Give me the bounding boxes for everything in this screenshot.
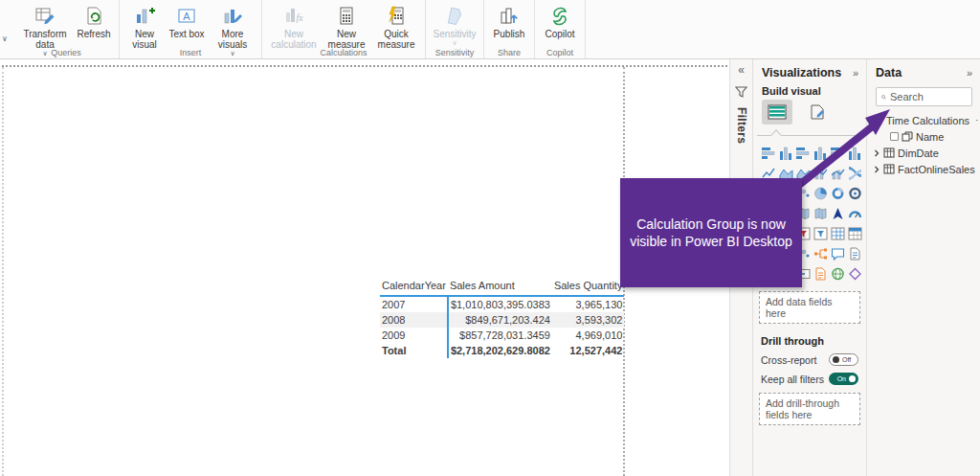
selection-border-left xyxy=(2,67,4,476)
table-row: 2007 $1,010,803,395.0383 3,965,130 xyxy=(380,296,624,312)
ribbon-cutoff-button[interactable]: ∨ xyxy=(0,0,13,58)
cell-quantity: 4,969,010 xyxy=(552,328,625,343)
line-clustered-column-chart-icon[interactable] xyxy=(829,163,846,183)
calculation-item-icon xyxy=(902,131,913,142)
build-visual-label: Build visual xyxy=(753,83,866,100)
publish-button[interactable]: Publish xyxy=(488,2,530,39)
ribbon-group-copilot: Copilot Copilot xyxy=(535,0,586,58)
cell-amount: $1,010,803,395.0383 xyxy=(448,296,552,312)
table-row: 2009 $857,728,031.3459 4,969,010 xyxy=(380,328,624,343)
azure-map-icon[interactable] xyxy=(812,203,829,223)
selection-border-top xyxy=(2,65,727,67)
paginated-report-visual-icon[interactable] xyxy=(812,263,829,283)
cell-amount: $857,728,031.3459 xyxy=(448,328,552,343)
cell-year: 2008 xyxy=(380,312,448,328)
ribbon-chart-icon[interactable] xyxy=(846,163,863,183)
tree-item-label: Time Calculations xyxy=(886,115,969,126)
new-measure-button[interactable]: New measure xyxy=(322,2,371,50)
button-label: Text box xyxy=(168,29,204,39)
add-drill-through-fields-dropzone[interactable]: Add drill-through fields here xyxy=(759,393,860,425)
add-data-fields-dropzone[interactable]: Add data fields here xyxy=(759,291,860,324)
line-stacked-column-chart-icon[interactable] xyxy=(812,163,829,183)
cell-amount: $849,671,203.424 xyxy=(448,312,552,328)
search-box[interactable] xyxy=(876,87,972,106)
expand-pane-icon[interactable]: « xyxy=(738,63,745,77)
callout-text: Calculation Group is now visible in Powe… xyxy=(630,215,792,250)
text-box-icon: A xyxy=(175,4,198,29)
table-row: 2008 $849,671,203.424 3,593,302 xyxy=(380,312,624,328)
svg-text:A: A xyxy=(183,11,190,22)
donut-chart-icon[interactable] xyxy=(829,183,846,203)
dropdown-chevron-icon: ∨ xyxy=(452,39,457,46)
sensitivity-button[interactable]: Sensitivity ∨ xyxy=(430,2,479,46)
chevron-right-icon xyxy=(873,149,880,157)
tree-item-time-calculations[interactable]: Time Calculations ··· xyxy=(867,112,980,128)
table-visual[interactable]: CalendarYear Sales Amount Sales Quantity… xyxy=(380,277,624,358)
cell-quantity: 3,593,302 xyxy=(552,312,625,328)
refresh-button[interactable]: Refresh xyxy=(73,2,115,39)
sensitivity-icon xyxy=(443,4,466,29)
toggle-knob xyxy=(849,375,856,382)
new-calculation-icon: fx xyxy=(282,4,305,29)
cross-report-toggle[interactable]: Off xyxy=(829,353,858,366)
column-header[interactable]: Sales Quantity xyxy=(552,277,625,296)
smart-narrative-icon[interactable] xyxy=(846,243,863,263)
new-visual-button[interactable]: New visual xyxy=(123,2,166,50)
ribbon: ∨ Transform data ∨ Refresh Queries xyxy=(0,0,980,59)
new-visual-icon xyxy=(133,4,156,29)
treemap-icon[interactable] xyxy=(846,183,863,203)
more-options-icon[interactable]: ··· xyxy=(975,115,980,125)
pie-chart-icon[interactable] xyxy=(812,183,829,203)
arcgis-map-icon[interactable] xyxy=(829,263,846,283)
dropdown-chevron-icon: ∨ xyxy=(2,34,8,43)
slicer-icon[interactable] xyxy=(812,223,829,243)
copilot-button[interactable]: Copilot xyxy=(539,2,581,39)
stacked-bar-chart-icon[interactable] xyxy=(760,143,777,163)
clustered-column-chart-icon[interactable] xyxy=(812,143,829,163)
filter-funnel-icon[interactable] xyxy=(735,84,747,102)
decomposition-tree-icon[interactable] xyxy=(812,243,829,263)
chevron-right-icon xyxy=(873,166,880,173)
group-label-queries: Queries xyxy=(13,48,119,57)
column-header[interactable]: Sales Amount xyxy=(448,277,552,296)
table-visual-selected-icon xyxy=(768,104,787,120)
new-calculation-button[interactable]: fx New calculation xyxy=(266,2,322,50)
more-visuals-icon xyxy=(221,4,244,29)
100-stacked-column-chart-icon[interactable] xyxy=(846,143,863,163)
tree-item-name[interactable]: Name xyxy=(867,128,980,145)
ribbon-group-sensitivity: Sensitivity ∨ Sensitivity xyxy=(426,0,484,58)
quick-measure-button[interactable]: Quick measure xyxy=(371,2,421,50)
tab-format-visual[interactable] xyxy=(802,100,833,125)
checkbox[interactable] xyxy=(890,132,899,141)
keep-all-filters-toggle[interactable]: On xyxy=(829,373,858,385)
visualizations-pane-title: Visualizations xyxy=(762,66,841,79)
cell-total-amount: $2,718,202,629.8082 xyxy=(448,343,552,358)
azure-map-visual-icon[interactable] xyxy=(829,203,846,223)
tab-build-visual[interactable] xyxy=(762,100,792,125)
clustered-bar-chart-icon[interactable] xyxy=(794,143,812,163)
gauge-icon[interactable] xyxy=(846,203,863,223)
text-box-button[interactable]: A Text box xyxy=(166,2,208,39)
stacked-column-chart-icon[interactable] xyxy=(777,143,794,163)
search-input[interactable] xyxy=(890,91,967,102)
100-stacked-bar-chart-icon[interactable] xyxy=(829,143,846,163)
tree-item-factonlinesales[interactable]: FactOnlineSales xyxy=(867,161,980,177)
button-label: Publish xyxy=(494,29,525,39)
power-automate-icon[interactable] xyxy=(846,263,863,283)
matrix-icon[interactable] xyxy=(846,223,863,243)
ribbon-group-share: Publish Share xyxy=(484,0,535,58)
column-header[interactable]: CalendarYear xyxy=(380,277,448,296)
powerbi-desktop-window: ∨ Transform data ∨ Refresh Queries xyxy=(0,0,980,476)
table-icon[interactable] xyxy=(829,223,846,243)
transform-data-icon xyxy=(33,4,56,29)
cell-year: 2007 xyxy=(380,296,448,312)
tab-notch xyxy=(757,127,862,136)
filters-pane-label[interactable]: Filters xyxy=(735,107,748,144)
table-icon xyxy=(883,147,895,158)
collapse-pane-icon[interactable]: » xyxy=(967,67,972,79)
tree-item-dimdate[interactable]: DimDate xyxy=(867,145,980,161)
ribbon-group-queries: Transform data ∨ Refresh Queries xyxy=(13,0,120,58)
collapse-pane-icon[interactable]: » xyxy=(853,67,858,79)
qa-visual-icon[interactable] xyxy=(829,243,846,263)
table-total-row: Total $2,718,202,629.8082 12,527,442 xyxy=(380,343,624,358)
